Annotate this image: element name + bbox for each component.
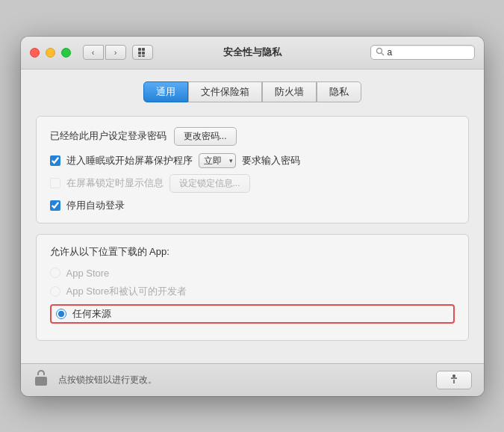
auto-login-label: 停用自动登录: [66, 199, 125, 212]
minimize-button[interactable]: [46, 48, 55, 58]
change-password-button[interactable]: 更改密码...: [174, 127, 237, 146]
svg-rect-2: [138, 52, 141, 55]
grid-button[interactable]: [132, 45, 153, 60]
tab-general[interactable]: 通用: [143, 81, 188, 102]
search-input[interactable]: [388, 47, 484, 58]
search-box[interactable]: ✕: [370, 45, 475, 60]
auto-login-checkbox[interactable]: [50, 200, 60, 211]
auto-login-row: 停用自动登录: [50, 199, 455, 212]
window-title: 安全性与隐私: [223, 46, 281, 59]
appstore-devs-label: App Store和被认可的开发者: [66, 285, 187, 298]
svg-rect-5: [142, 55, 145, 57]
content-area: 通用 文件保险箱 防火墙 隐私 已经给此用户设定登录密码 更改密码... 进入睡…: [21, 70, 484, 363]
sleep-row: 进入睡眠或开始屏幕保护程序 立即 要求输入密码: [50, 153, 455, 168]
back-button[interactable]: ‹: [83, 45, 104, 60]
tab-privacy[interactable]: 隐私: [317, 81, 361, 102]
svg-rect-0: [138, 48, 141, 51]
sleep-checkbox[interactable]: [50, 155, 60, 166]
tab-firewall[interactable]: 防火墙: [262, 81, 317, 102]
svg-rect-1: [142, 48, 145, 51]
traffic-lights: [30, 48, 71, 58]
close-button[interactable]: [30, 48, 40, 58]
appstore-devs-radio[interactable]: [50, 286, 60, 297]
sleep-label: 进入睡眠或开始屏幕保护程序: [66, 154, 193, 167]
radio-appstore-row: App Store: [50, 268, 455, 279]
nav-buttons: ‹ ›: [83, 45, 126, 60]
anywhere-label: 任何来源: [72, 307, 111, 321]
radio-anywhere-row: 任何来源: [50, 304, 455, 324]
password-row: 已经给此用户设定登录密码 更改密码...: [50, 127, 455, 146]
download-title: 允许从以下位置下载的 App:: [50, 245, 455, 259]
search-icon: [376, 47, 385, 58]
immediately-select[interactable]: 立即: [199, 153, 236, 168]
tab-filevault[interactable]: 文件保险箱: [188, 81, 262, 102]
download-section: 允许从以下位置下载的 App: App Store App Store和被认可的…: [36, 234, 469, 341]
tab-bar: 通用 文件保险箱 防火墙 隐私: [36, 81, 469, 102]
radio-appstore-devs-row: App Store和被认可的开发者: [50, 285, 455, 298]
lock-hint-text: 点按锁按钮以进行更改。: [58, 374, 427, 386]
svg-point-6: [376, 49, 382, 54]
appstore-label: App Store: [66, 268, 110, 279]
password-section: 已经给此用户设定登录密码 更改密码... 进入睡眠或开始屏幕保护程序 立即 要求…: [36, 116, 469, 223]
svg-rect-4: [138, 55, 141, 57]
lock-info-label: 在屏幕锁定时显示信息: [66, 176, 164, 190]
immediately-select-wrapper: 立即: [199, 153, 236, 168]
lock-body: [35, 377, 47, 386]
lock-info-checkbox[interactable]: [50, 178, 60, 188]
password-label: 已经给此用户设定登录密码: [50, 129, 167, 143]
bottom-bar: 点按锁按钮以进行更改。: [21, 363, 484, 396]
svg-point-8: [452, 374, 455, 377]
lock-icon[interactable]: [33, 370, 49, 389]
lock-info-row: 在屏幕锁定时显示信息 设定锁定信息...: [50, 174, 455, 193]
lock-shackle: [37, 370, 45, 375]
set-lock-button: 设定锁定信息...: [169, 174, 250, 193]
main-window: ‹ › 安全性与隐私 ✕: [21, 37, 484, 396]
require-password-label: 要求输入密码: [242, 154, 300, 167]
svg-rect-3: [142, 52, 145, 55]
anywhere-radio[interactable]: [56, 309, 66, 319]
accessibility-button[interactable]: [436, 371, 472, 389]
maximize-button[interactable]: [61, 48, 71, 58]
svg-line-7: [382, 53, 384, 55]
titlebar: ‹ › 安全性与隐私 ✕: [21, 37, 484, 70]
appstore-radio[interactable]: [50, 268, 60, 278]
forward-button[interactable]: ›: [105, 45, 126, 60]
